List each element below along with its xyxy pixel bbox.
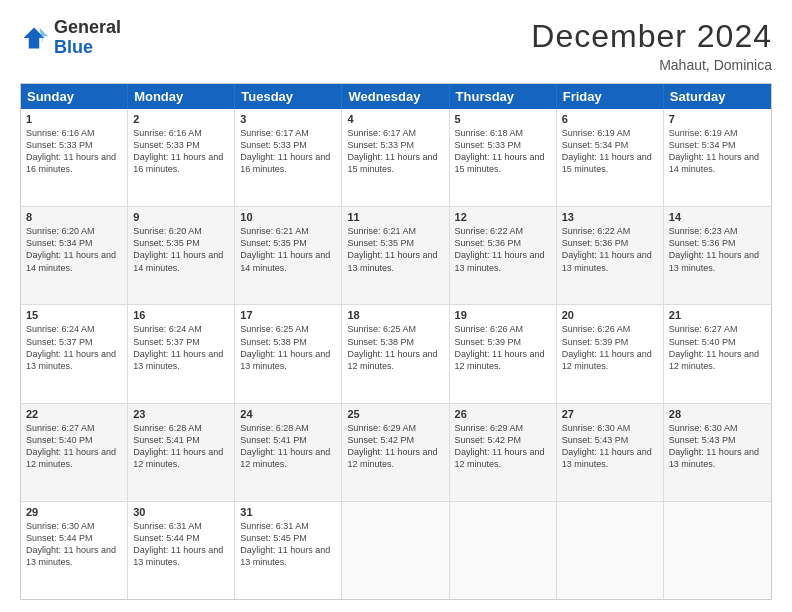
- day-info: Sunrise: 6:23 AMSunset: 5:36 PMDaylight:…: [669, 225, 766, 274]
- day-cell: 11Sunrise: 6:21 AMSunset: 5:35 PMDayligh…: [342, 207, 449, 304]
- day-cell: 4Sunrise: 6:17 AMSunset: 5:33 PMDaylight…: [342, 109, 449, 206]
- day-cell: 9Sunrise: 6:20 AMSunset: 5:35 PMDaylight…: [128, 207, 235, 304]
- day-number: 3: [240, 113, 336, 125]
- header-cell: Monday: [128, 84, 235, 109]
- day-cell: 6Sunrise: 6:19 AMSunset: 5:34 PMDaylight…: [557, 109, 664, 206]
- logo-icon: [20, 24, 48, 52]
- day-cell: 13Sunrise: 6:22 AMSunset: 5:36 PMDayligh…: [557, 207, 664, 304]
- day-number: 30: [133, 506, 229, 518]
- header-cell: Saturday: [664, 84, 771, 109]
- day-cell: 7Sunrise: 6:19 AMSunset: 5:34 PMDaylight…: [664, 109, 771, 206]
- day-number: 24: [240, 408, 336, 420]
- day-number: 1: [26, 113, 122, 125]
- day-info: Sunrise: 6:25 AMSunset: 5:38 PMDaylight:…: [347, 323, 443, 372]
- day-cell: 24Sunrise: 6:28 AMSunset: 5:41 PMDayligh…: [235, 404, 342, 501]
- day-cell: 14Sunrise: 6:23 AMSunset: 5:36 PMDayligh…: [664, 207, 771, 304]
- day-number: 6: [562, 113, 658, 125]
- header-cell: Thursday: [450, 84, 557, 109]
- calendar-row: 1Sunrise: 6:16 AMSunset: 5:33 PMDaylight…: [21, 109, 771, 206]
- day-cell: 21Sunrise: 6:27 AMSunset: 5:40 PMDayligh…: [664, 305, 771, 402]
- day-number: 27: [562, 408, 658, 420]
- day-info: Sunrise: 6:28 AMSunset: 5:41 PMDaylight:…: [240, 422, 336, 471]
- day-cell: 17Sunrise: 6:25 AMSunset: 5:38 PMDayligh…: [235, 305, 342, 402]
- logo-text: General Blue: [54, 18, 121, 58]
- day-cell: 25Sunrise: 6:29 AMSunset: 5:42 PMDayligh…: [342, 404, 449, 501]
- day-info: Sunrise: 6:24 AMSunset: 5:37 PMDaylight:…: [133, 323, 229, 372]
- day-number: 14: [669, 211, 766, 223]
- day-info: Sunrise: 6:26 AMSunset: 5:39 PMDaylight:…: [455, 323, 551, 372]
- day-info: Sunrise: 6:27 AMSunset: 5:40 PMDaylight:…: [26, 422, 122, 471]
- day-info: Sunrise: 6:25 AMSunset: 5:38 PMDaylight:…: [240, 323, 336, 372]
- day-cell: 28Sunrise: 6:30 AMSunset: 5:43 PMDayligh…: [664, 404, 771, 501]
- day-number: 9: [133, 211, 229, 223]
- day-info: Sunrise: 6:31 AMSunset: 5:45 PMDaylight:…: [240, 520, 336, 569]
- day-info: Sunrise: 6:26 AMSunset: 5:39 PMDaylight:…: [562, 323, 658, 372]
- header-cell: Friday: [557, 84, 664, 109]
- day-cell: 1Sunrise: 6:16 AMSunset: 5:33 PMDaylight…: [21, 109, 128, 206]
- day-info: Sunrise: 6:17 AMSunset: 5:33 PMDaylight:…: [347, 127, 443, 176]
- day-cell: [450, 502, 557, 599]
- day-cell: 30Sunrise: 6:31 AMSunset: 5:44 PMDayligh…: [128, 502, 235, 599]
- calendar-row: 8Sunrise: 6:20 AMSunset: 5:34 PMDaylight…: [21, 206, 771, 304]
- day-cell: 23Sunrise: 6:28 AMSunset: 5:41 PMDayligh…: [128, 404, 235, 501]
- day-number: 5: [455, 113, 551, 125]
- calendar: SundayMondayTuesdayWednesdayThursdayFrid…: [20, 83, 772, 600]
- day-cell: 2Sunrise: 6:16 AMSunset: 5:33 PMDaylight…: [128, 109, 235, 206]
- day-cell: [342, 502, 449, 599]
- day-number: 19: [455, 309, 551, 321]
- day-number: 2: [133, 113, 229, 125]
- day-info: Sunrise: 6:24 AMSunset: 5:37 PMDaylight:…: [26, 323, 122, 372]
- day-info: Sunrise: 6:20 AMSunset: 5:34 PMDaylight:…: [26, 225, 122, 274]
- day-info: Sunrise: 6:30 AMSunset: 5:43 PMDaylight:…: [669, 422, 766, 471]
- day-cell: [664, 502, 771, 599]
- day-cell: 26Sunrise: 6:29 AMSunset: 5:42 PMDayligh…: [450, 404, 557, 501]
- day-info: Sunrise: 6:17 AMSunset: 5:33 PMDaylight:…: [240, 127, 336, 176]
- top-section: General Blue December 2024 Mahaut, Domin…: [20, 18, 772, 73]
- day-number: 4: [347, 113, 443, 125]
- day-cell: 18Sunrise: 6:25 AMSunset: 5:38 PMDayligh…: [342, 305, 449, 402]
- logo-blue: Blue: [54, 37, 93, 57]
- calendar-row: 15Sunrise: 6:24 AMSunset: 5:37 PMDayligh…: [21, 304, 771, 402]
- day-cell: 5Sunrise: 6:18 AMSunset: 5:33 PMDaylight…: [450, 109, 557, 206]
- day-cell: 16Sunrise: 6:24 AMSunset: 5:37 PMDayligh…: [128, 305, 235, 402]
- day-cell: 3Sunrise: 6:17 AMSunset: 5:33 PMDaylight…: [235, 109, 342, 206]
- day-cell: 29Sunrise: 6:30 AMSunset: 5:44 PMDayligh…: [21, 502, 128, 599]
- day-cell: 20Sunrise: 6:26 AMSunset: 5:39 PMDayligh…: [557, 305, 664, 402]
- day-info: Sunrise: 6:19 AMSunset: 5:34 PMDaylight:…: [669, 127, 766, 176]
- day-info: Sunrise: 6:22 AMSunset: 5:36 PMDaylight:…: [455, 225, 551, 274]
- day-number: 29: [26, 506, 122, 518]
- day-number: 16: [133, 309, 229, 321]
- day-info: Sunrise: 6:30 AMSunset: 5:43 PMDaylight:…: [562, 422, 658, 471]
- day-info: Sunrise: 6:16 AMSunset: 5:33 PMDaylight:…: [133, 127, 229, 176]
- day-number: 22: [26, 408, 122, 420]
- day-cell: [557, 502, 664, 599]
- day-info: Sunrise: 6:27 AMSunset: 5:40 PMDaylight:…: [669, 323, 766, 372]
- header-cell: Tuesday: [235, 84, 342, 109]
- day-number: 7: [669, 113, 766, 125]
- day-info: Sunrise: 6:16 AMSunset: 5:33 PMDaylight:…: [26, 127, 122, 176]
- main-title: December 2024: [531, 18, 772, 55]
- day-info: Sunrise: 6:31 AMSunset: 5:44 PMDaylight:…: [133, 520, 229, 569]
- header-cell: Wednesday: [342, 84, 449, 109]
- header-cell: Sunday: [21, 84, 128, 109]
- day-info: Sunrise: 6:30 AMSunset: 5:44 PMDaylight:…: [26, 520, 122, 569]
- day-cell: 31Sunrise: 6:31 AMSunset: 5:45 PMDayligh…: [235, 502, 342, 599]
- day-number: 20: [562, 309, 658, 321]
- title-section: December 2024 Mahaut, Dominica: [531, 18, 772, 73]
- day-number: 18: [347, 309, 443, 321]
- day-number: 15: [26, 309, 122, 321]
- day-info: Sunrise: 6:22 AMSunset: 5:36 PMDaylight:…: [562, 225, 658, 274]
- day-info: Sunrise: 6:29 AMSunset: 5:42 PMDaylight:…: [455, 422, 551, 471]
- day-info: Sunrise: 6:29 AMSunset: 5:42 PMDaylight:…: [347, 422, 443, 471]
- day-info: Sunrise: 6:28 AMSunset: 5:41 PMDaylight:…: [133, 422, 229, 471]
- day-info: Sunrise: 6:19 AMSunset: 5:34 PMDaylight:…: [562, 127, 658, 176]
- day-info: Sunrise: 6:21 AMSunset: 5:35 PMDaylight:…: [240, 225, 336, 274]
- logo-general: General: [54, 17, 121, 37]
- subtitle: Mahaut, Dominica: [531, 57, 772, 73]
- day-number: 21: [669, 309, 766, 321]
- day-number: 11: [347, 211, 443, 223]
- day-cell: 27Sunrise: 6:30 AMSunset: 5:43 PMDayligh…: [557, 404, 664, 501]
- page: General Blue December 2024 Mahaut, Domin…: [0, 0, 792, 612]
- day-cell: 12Sunrise: 6:22 AMSunset: 5:36 PMDayligh…: [450, 207, 557, 304]
- logo: General Blue: [20, 18, 121, 58]
